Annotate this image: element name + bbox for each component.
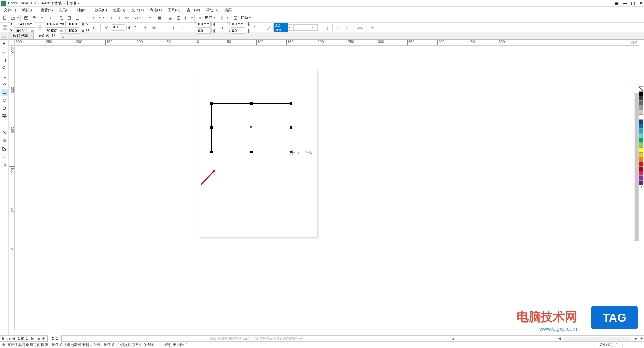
ellipse-tool[interactable] — [1, 97, 8, 104]
outline-style-dropdown[interactable]: ▾ — [293, 24, 318, 31]
menu-effects[interactable]: 效果(C) — [92, 7, 110, 13]
x-input[interactable] — [14, 21, 35, 27]
outline-width-dropdown[interactable]: 0.2 mm ▾ — [273, 24, 292, 31]
launch-label[interactable]: 启动 — [240, 15, 249, 20]
pagenav-options-icon[interactable]: ⊕ — [0, 335, 5, 342]
handle-bm[interactable] — [250, 151, 253, 153]
menu-tools[interactable]: 工具(O) — [165, 7, 183, 13]
convert-curves-button[interactable] — [356, 24, 364, 31]
color-swatch[interactable] — [639, 115, 643, 119]
export2-button[interactable] — [116, 14, 123, 22]
add-page-button[interactable]: ⊕ — [41, 336, 46, 341]
menu-layout[interactable]: 布局(L) — [56, 7, 73, 13]
maximize-button[interactable]: ▢ — [631, 1, 635, 6]
corner-scallop-button[interactable] — [171, 24, 179, 31]
no-fill-swatch[interactable] — [639, 86, 643, 91]
corner-tr-input[interactable] — [231, 21, 245, 27]
rotation-input[interactable] — [112, 24, 125, 31]
snap-icon[interactable] — [196, 14, 204, 22]
canvas-viewport[interactable]: × 节点 — [15, 46, 639, 335]
pick-tool[interactable] — [1, 40, 8, 48]
artistic-media-tool[interactable] — [1, 80, 8, 88]
corner-bl-input[interactable] — [197, 27, 211, 34]
color-swatch[interactable] — [639, 133, 643, 138]
menu-help[interactable]: 帮助(H) — [203, 7, 221, 13]
save-button[interactable] — [22, 14, 30, 22]
shape-tool[interactable] — [1, 48, 8, 56]
menu-window[interactable]: 窗口(W) — [184, 7, 203, 13]
rectangle-tool[interactable] — [1, 89, 8, 96]
corner-lock-button[interactable] — [218, 24, 225, 31]
scale-x-input[interactable] — [67, 21, 79, 27]
first-page-button[interactable]: ⏮ — [5, 337, 11, 341]
cloud-button[interactable] — [39, 14, 46, 22]
tab-document[interactable]: 未命名 -1* — [33, 32, 60, 39]
menu-bitmap[interactable]: 位图(B) — [110, 7, 128, 13]
handle-tm[interactable] — [250, 102, 253, 105]
page-tab-1[interactable]: 页 1 — [47, 335, 61, 342]
polygon-tool[interactable] — [1, 105, 8, 112]
handle-ml[interactable] — [210, 126, 213, 129]
parallel-dim-tool[interactable] — [1, 121, 8, 128]
doc-palette-up[interactable]: ▲ — [451, 337, 456, 341]
horizontal-ruler[interactable]: 毫米 3002502001501005005010015020025030035… — [15, 40, 639, 46]
new-tab-button[interactable]: + — [60, 35, 66, 39]
mirror-v-button[interactable] — [150, 24, 158, 31]
menu-view[interactable]: 查看(V) — [38, 7, 56, 13]
ime-indicator[interactable]: CH ♪简 — [598, 342, 613, 348]
last-page-button[interactable]: ⏭ — [35, 337, 41, 341]
color-swatch[interactable] — [639, 110, 643, 115]
color-swatch[interactable] — [639, 180, 643, 185]
corner-br-input[interactable] — [231, 27, 245, 34]
connector-tool[interactable] — [1, 129, 8, 136]
zoom-tool[interactable] — [1, 64, 8, 72]
navigator-icon[interactable]: ◈ — [639, 336, 644, 341]
transparency-tool[interactable] — [1, 145, 8, 152]
color-swatch[interactable] — [639, 124, 643, 129]
import-button[interactable] — [108, 14, 115, 22]
print-button[interactable] — [31, 14, 38, 22]
crop-tool[interactable] — [1, 56, 8, 64]
align-left-button[interactable] — [167, 14, 174, 22]
color-swatch[interactable] — [639, 101, 643, 105]
guides-button[interactable] — [183, 14, 191, 22]
next-page-button[interactable]: ▶ — [30, 336, 35, 341]
handle-mr[interactable] — [290, 126, 292, 129]
color-swatch[interactable] — [639, 138, 643, 143]
add-button[interactable] — [369, 24, 376, 31]
mirror-h-button[interactable] — [142, 24, 149, 31]
corner-chamfer-button[interactable] — [180, 24, 187, 31]
snap-label[interactable]: 贴齐 — [204, 15, 213, 20]
paste-button[interactable] — [66, 14, 73, 22]
menu-file[interactable]: 文件(F) — [1, 7, 19, 13]
new-button[interactable] — [1, 14, 9, 22]
tab-welcome[interactable]: 欢迎屏幕 — [8, 32, 33, 39]
redo-button[interactable] — [95, 14, 102, 22]
menu-object[interactable]: 对象(J) — [74, 7, 91, 13]
menu-text[interactable]: 文本(X) — [129, 7, 147, 13]
fill-tool[interactable] — [1, 161, 8, 168]
wrap-text-button[interactable] — [323, 24, 330, 31]
gear-icon[interactable]: ⚙ — [2, 343, 5, 347]
to-back-button[interactable] — [344, 24, 351, 31]
fill-indicator-icon[interactable] — [615, 342, 620, 348]
to-front-button[interactable] — [335, 24, 342, 31]
open-button[interactable] — [9, 14, 17, 22]
quick-customize-button[interactable]: + — [1, 173, 8, 180]
eyedropper-tool[interactable] — [1, 153, 8, 160]
color-swatch[interactable] — [639, 143, 643, 148]
menu-table[interactable]: 表格(T) — [147, 7, 164, 13]
text-tool[interactable]: 字 — [1, 113, 8, 120]
horizontal-scrollbar[interactable] — [564, 337, 631, 341]
home-icon[interactable] — [0, 33, 8, 39]
color-swatch[interactable] — [639, 91, 643, 96]
scale-y-input[interactable] — [67, 27, 79, 34]
vertical-scrollbar[interactable] — [634, 93, 639, 241]
freehand-tool[interactable] — [1, 72, 8, 80]
clipboard-button[interactable] — [74, 14, 81, 22]
grid-button[interactable] — [175, 14, 182, 22]
prev-page-button[interactable]: ◀ — [11, 336, 16, 341]
nav-next-icon[interactable]: ▶ — [633, 336, 639, 341]
relative-corner-button[interactable] — [252, 24, 260, 31]
menu-edit[interactable]: 编辑(E) — [19, 7, 37, 13]
